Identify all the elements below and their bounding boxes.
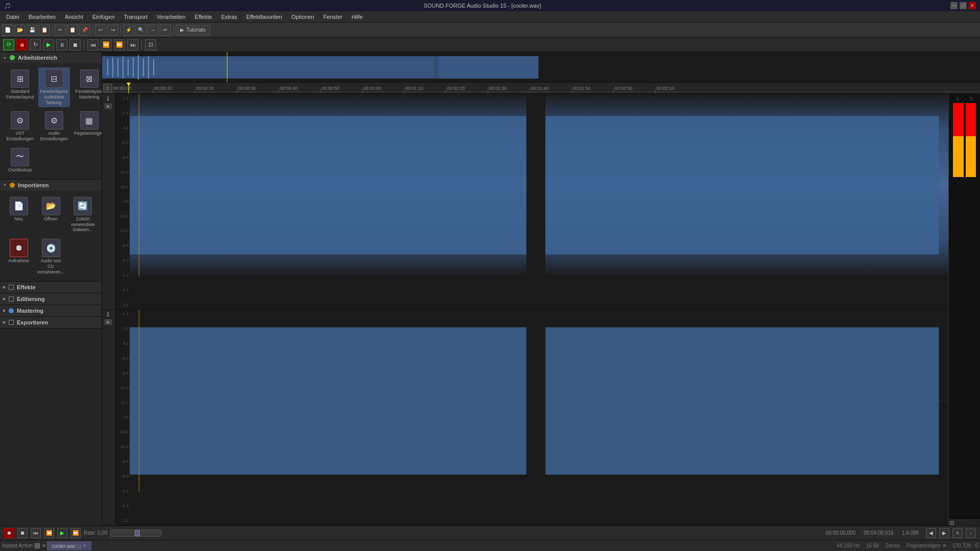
tp-play[interactable]: ▶ [43, 39, 54, 51]
tutorials-icon: ▶ [180, 27, 184, 33]
pb-record-btn[interactable]: ⏺ [4, 528, 14, 538]
tab-close-btn[interactable]: ✕ [83, 543, 87, 548]
ruler-svg: 00:00:00 00:00:10 00:00:20 00:00:30 00:0… [112, 83, 979, 93]
tb-open[interactable]: 📂 [14, 24, 26, 36]
menu-ansicht[interactable]: Ansicht [61, 13, 87, 21]
menu-verarbeiten[interactable]: Verarbeiten [153, 13, 189, 21]
tp-loop[interactable]: ↻ [30, 39, 41, 51]
svg-rect-62 [130, 328, 526, 475]
title-text: SOUND FORGE Audio Studio 15 - [cooler.wa… [424, 3, 541, 9]
ruler-area[interactable]: 00:00:00 00:00:10 00:00:20 00:00:30 00:0… [112, 83, 979, 93]
pb-zoom-out[interactable]: - [966, 528, 976, 538]
menu-hilfe[interactable]: Hilfe [348, 13, 367, 21]
tb-normalize[interactable]: ⚡ [123, 24, 134, 36]
track-2-waveform[interactable]: -1.2 -2.5 -4.1 -6.0 -8.5 -12.0 -18.1 -in… [114, 310, 948, 525]
grid-item-mastering[interactable]: ⊠ FensterlayoutMastering [72, 67, 102, 107]
grid-item-audiobear[interactable]: ⊟ FensterlayoutAudiobearbeitung [38, 67, 70, 107]
tp-record[interactable]: ⏺ [16, 39, 28, 51]
pb-prev-btn[interactable]: ⏮ [31, 528, 41, 538]
file-tab-coolerwav[interactable]: cooler.wav □ ✕ [47, 541, 91, 550]
tb-pencil[interactable]: ✏ [160, 24, 171, 36]
tb-copy[interactable]: 📋 [67, 24, 78, 36]
tb-new[interactable]: 📄 [2, 24, 13, 36]
pb-stop-btn[interactable]: ⏹ [17, 528, 28, 538]
tp-stop[interactable]: ⏹ [69, 39, 81, 51]
exportieren-header[interactable]: Exportieren [0, 317, 102, 328]
svg-text:00:01:10: 00:01:10 [405, 86, 423, 91]
close-button[interactable]: ✕ [969, 2, 976, 9]
rate-slider-thumb[interactable] [135, 530, 140, 536]
menu-effektfavoriten[interactable]: Effektfavoriten [242, 13, 286, 21]
maximize-button[interactable]: □ [960, 2, 967, 9]
pb-play-btn[interactable]: ▶ [57, 528, 67, 538]
track-1-mute[interactable]: M [105, 104, 112, 109]
tb-cut[interactable]: ✂ [55, 24, 66, 36]
tp-forward[interactable]: ⏩ [114, 39, 125, 51]
cd-icon: 💿 [42, 239, 60, 257]
arbeitsbereich-header[interactable]: Arbeitsbereich [0, 52, 102, 63]
tutorials-label: Tutorials [186, 27, 206, 33]
tb-undo[interactable]: ↩ [95, 24, 106, 36]
tb-select[interactable]: ↔ [148, 24, 159, 36]
tb-sep1 [52, 25, 53, 35]
tp-next[interactable]: ⏭ [127, 39, 138, 51]
mastering-header[interactable]: Mastering [0, 305, 102, 316]
pb-ff-btn[interactable]: ⏩ [70, 528, 81, 538]
menu-datei[interactable]: Datei [2, 13, 23, 21]
waveform-overview[interactable] [102, 52, 980, 83]
tutorials-button[interactable]: ▶ Tutorials [176, 25, 210, 35]
grid-item-standard[interactable]: ⊞ StandardFensterlayout [4, 67, 36, 107]
grid-item-oeffnen[interactable]: 📂 Öffnen [35, 195, 66, 235]
tb-paste[interactable]: 📌 [79, 24, 90, 36]
svg-rect-64 [545, 328, 939, 475]
tp-prev[interactable]: ⏮ [87, 39, 99, 51]
pb-rewind-btn[interactable]: ⏪ [44, 528, 54, 538]
vu-scroll-handle[interactable] [950, 521, 954, 525]
menu-bearbeiten[interactable]: Bearbeiten [24, 13, 60, 21]
grid-item-pegelanzeigen[interactable]: ▦ Pegelanzeigen [72, 109, 102, 144]
grid-item-audio-settings[interactable]: ⚙ AudioEinstellungen [38, 109, 70, 144]
tp-rewind[interactable]: ⏪ [101, 39, 112, 51]
aufnahme-icon: ⏺ [10, 239, 28, 257]
instant-action-close[interactable]: □ [35, 543, 40, 548]
menu-optionen[interactable]: Optionen [287, 13, 318, 21]
tracks-container: 1 M -1.2 -2.5 -4.1 -6.0 -8.5 -12.0 -18.1 [102, 94, 980, 525]
minimize-button[interactable]: ─ [950, 2, 958, 9]
pb-scroll-right[interactable]: ▶ [939, 528, 949, 538]
tracks-wrapper: 1 M -1.2 -2.5 -4.1 -6.0 -8.5 -12.0 -18.1 [102, 94, 948, 525]
pb-zoom-in[interactable]: + [952, 528, 963, 538]
track-2-mute[interactable]: M [105, 319, 112, 324]
instant-action-x[interactable]: ✕ [42, 543, 46, 548]
tb-saveas[interactable]: 📋 [39, 24, 50, 36]
menu-transport[interactable]: Transport [119, 13, 152, 21]
timeline-cursor[interactable]: ↕ [103, 84, 112, 93]
effekte-header[interactable]: Effekte [0, 282, 102, 293]
tp-loop-toggle[interactable]: ⟳ [3, 39, 14, 51]
tb-redo[interactable]: ↪ [107, 24, 118, 36]
vu-bar-right [966, 103, 976, 515]
grid-item-aufnahme[interactable]: ⏺ Aufnahme [4, 237, 33, 277]
importieren-header[interactable]: Importieren [0, 180, 102, 191]
tb-save[interactable]: 💾 [27, 24, 38, 36]
editierung-header[interactable]: Editierung [0, 293, 102, 305]
grid-item-neu[interactable]: 📄 Neu [4, 195, 33, 235]
arbeitsbereich-grid: ⊞ StandardFensterlayout ⊟ FensterlayoutA… [0, 63, 102, 179]
pegelanzeigen-close-icon[interactable]: ✕ [942, 543, 946, 548]
menu-fenster[interactable]: Fenster [319, 13, 346, 21]
tp-pause[interactable]: ⏸ [56, 39, 67, 51]
tp-extra[interactable]: ⊡ [145, 39, 156, 51]
track-1-waveform[interactable]: -1.2 -2.5 -4.1 -6.0 -8.5 -12.0 -18.1 -in… [114, 94, 948, 309]
grid-item-vst[interactable]: ⚙ VSTEinstellungen [4, 109, 36, 144]
pb-scroll-left[interactable]: ◀ [926, 528, 936, 538]
vst-icon: ⚙ [11, 111, 29, 130]
pegelanzeigen-sidebar-label: Pegelanzeigen [74, 131, 102, 136]
vu-label-1: 1 [957, 96, 959, 101]
tb-zoom[interactable]: 🔍 [135, 24, 146, 36]
grid-item-cd[interactable]: 💿 Audio vonCDextrahieren... [35, 237, 66, 277]
grid-item-zuletzt[interactable]: 🔄 ZuletztverwendeteDateien... [68, 195, 97, 235]
menu-effekte[interactable]: Effekte [190, 13, 216, 21]
menu-einfuegen[interactable]: Einfügen [88, 13, 118, 21]
menu-extras[interactable]: Extras [217, 13, 241, 21]
grid-item-oszilloskop[interactable]: 〜 Oszilloskop [4, 146, 36, 175]
rate-slider[interactable] [110, 530, 161, 537]
